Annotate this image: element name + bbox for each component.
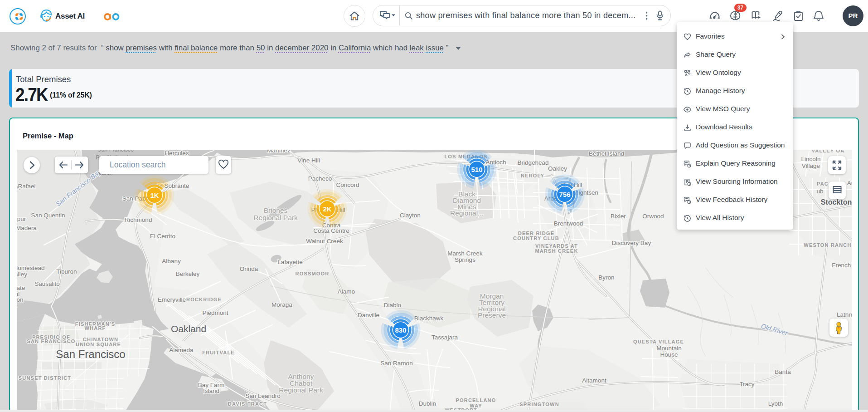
svg-text:Island: Island	[203, 387, 219, 394]
svg-text:Regional Park: Regional Park	[253, 214, 298, 221]
svg-text:San Francisco: San Francisco	[97, 150, 134, 153]
svg-text:QUESTA VILLAGE: QUESTA VILLAGE	[633, 339, 684, 344]
svg-text:Springs: Springs	[455, 256, 475, 263]
svg-text:Tassajara: Tassajara	[432, 334, 458, 341]
svg-text:Lathrop: Lathrop	[837, 311, 852, 318]
svg-text:San Rafael: San Rafael	[17, 183, 35, 190]
svg-text:VALLEY OA: VALLEY OA	[812, 150, 845, 153]
svg-text:Alameda: Alameda	[169, 347, 194, 353]
svg-text:Vine Hill: Vine Hill	[297, 157, 320, 164]
svg-text:Costa Centre: Costa Centre	[313, 227, 349, 234]
svg-text:Bridgehead: Bridgehead	[517, 159, 548, 166]
svg-text:Oakley: Oakley	[548, 165, 567, 172]
svg-text:ub: ub	[816, 188, 823, 195]
svg-text:Piedmont: Piedmont	[202, 309, 228, 316]
svg-text:Diablo: Diablo	[384, 302, 401, 309]
svg-text:Homestead: Homestead	[17, 265, 45, 271]
svg-text:El Cerrito: El Cerrito	[150, 233, 175, 240]
svg-text:2K: 2K	[323, 205, 331, 213]
svg-text:ROSSMOOR: ROSSMOOR	[296, 271, 330, 276]
svg-text:Alamo: Alamo	[338, 288, 355, 295]
svg-text:DAVIS TRACT: DAVIS TRACT	[228, 401, 267, 407]
svg-text:Emeryville: Emeryville	[158, 296, 186, 303]
svg-text:Lyoth: Lyoth	[768, 400, 783, 407]
svg-text:Stockton: Stockton	[821, 198, 852, 206]
svg-text:Bethel Island: Bethel Island	[589, 150, 624, 157]
svg-text:Hercules: Hercules	[165, 150, 189, 157]
svg-text:UNION SQUARE: UNION SQUARE	[76, 342, 121, 347]
svg-text:Au: Au	[847, 180, 852, 186]
svg-text:Blackhawk: Blackhawk	[414, 315, 444, 322]
svg-text:Byron: Byron	[598, 274, 614, 281]
svg-text:Valley: Valley	[17, 271, 27, 278]
svg-text:French C: French C	[832, 262, 852, 269]
svg-text:Orwood: Orwood	[642, 213, 664, 220]
svg-text:eation: eation	[17, 296, 23, 303]
svg-text:Walnut Creek: Walnut Creek	[306, 238, 343, 245]
svg-text:Oakland: Oakland	[171, 324, 206, 334]
svg-text:Village: Village	[802, 162, 820, 169]
svg-text:San Leandro: San Leandro	[245, 392, 280, 399]
svg-text:Lincoln: Lincoln	[801, 156, 821, 162]
svg-text:Tracy: Tracy	[739, 381, 754, 387]
svg-text:Briones: Briones	[264, 206, 288, 214]
svg-text:Bixler: Bixler	[611, 213, 626, 220]
svg-text:ROCKRIDGE: ROCKRIDGE	[186, 297, 222, 302]
svg-text:MARSH CREEK: MARSH CREEK	[535, 248, 578, 254]
svg-text:House: House	[660, 351, 678, 358]
svg-text:WHARF: WHARF	[85, 325, 106, 331]
svg-text:WESTON RANCH: WESTON RANCH	[804, 242, 851, 248]
svg-text:PAC: PAC	[817, 181, 829, 186]
svg-text:SUNSET DISTRICT: SUNSET DISTRICT	[19, 375, 71, 381]
svg-text:Regional Park: Regional Park	[279, 386, 323, 394]
svg-text:Orinda: Orinda	[240, 265, 258, 272]
svg-text:Pacheco: Pacheco	[308, 175, 332, 182]
svg-text:Concord: Concord	[336, 181, 359, 188]
svg-text:510: 510	[471, 166, 482, 173]
svg-text:Dublin: Dublin	[419, 400, 436, 407]
svg-text:Martinez: Martinez	[267, 150, 291, 154]
svg-text:SPRINGTOWN: SPRINGTOWN	[519, 402, 559, 407]
svg-text:Madera: Madera	[17, 225, 37, 231]
svg-text:Marsh Creek: Marsh Creek	[447, 250, 483, 257]
svg-text:PORCELLANO: PORCELLANO	[456, 397, 496, 403]
svg-text:Moraga: Moraga	[272, 301, 292, 308]
svg-text:NEROLY: NEROLY	[521, 173, 544, 178]
svg-text:Discovery Bay: Discovery Bay	[612, 240, 651, 246]
svg-text:Sausalito: Sausalito	[34, 280, 60, 287]
svg-text:San Quentin: San Quentin	[31, 212, 65, 219]
svg-text:Preserve: Preserve	[478, 311, 506, 319]
svg-text:Brentwood: Brentwood	[554, 220, 583, 227]
svg-text:SAN FRANCISCO: SAN FRANCISCO	[27, 338, 75, 344]
svg-text:San Francisco: San Francisco	[56, 348, 125, 360]
svg-text:Danville: Danville	[358, 312, 379, 319]
svg-text:Richmond: Richmond	[125, 216, 152, 223]
svg-text:COUNTRY CLUB: COUNTRY CLUB	[513, 235, 559, 241]
svg-text:756: 756	[559, 191, 570, 198]
svg-text:Albany: Albany	[162, 258, 181, 265]
svg-text:Banta: Banta	[775, 368, 791, 375]
svg-text:FRUITVALE: FRUITVALE	[202, 350, 235, 355]
svg-text:Regional...: Regional...	[450, 209, 484, 217]
svg-text:Larkspur: Larkspur	[17, 216, 26, 222]
svg-text:Tiburon: Tiburon	[56, 268, 77, 275]
svg-text:San Ramon: San Ramon	[380, 360, 412, 367]
svg-text:Mountain: Mountain	[656, 345, 682, 352]
svg-text:Clayton: Clayton	[400, 212, 421, 219]
svg-text:Lafayette: Lafayette	[277, 259, 303, 265]
svg-text:Altamont: Altamont	[582, 377, 606, 384]
svg-text:Berkeley: Berkeley	[176, 270, 200, 277]
svg-text:1K: 1K	[150, 191, 159, 199]
svg-text:830: 830	[395, 326, 406, 334]
